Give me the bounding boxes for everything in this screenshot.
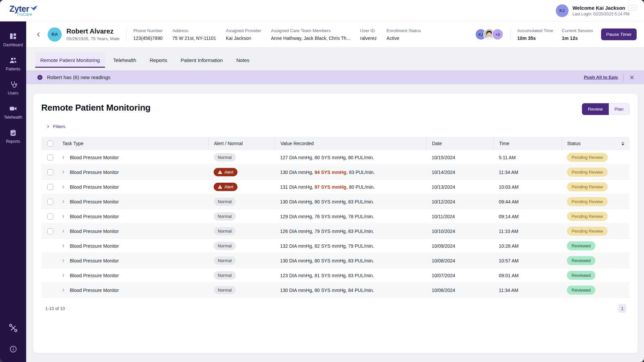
patient-field-user-id: User IDralverez: [360, 28, 377, 41]
push-all-to-epic-link[interactable]: Push All to Epic: [584, 75, 618, 80]
patient-fields: Phone Number123(456)7890Address75 W 21st…: [133, 28, 421, 41]
value-recorded: 130 DIA mmHg, 80 SYS mmHg, 83 PUL/min.: [280, 199, 374, 204]
sidebar-item-patients[interactable]: Patients: [6, 56, 20, 71]
pagination: 1-10 of 10 1: [45, 304, 626, 313]
field-label: Address: [172, 28, 216, 33]
task-type: Blood Pressure Monitor: [70, 243, 119, 249]
flag-cell: Normal: [208, 286, 275, 294]
expand-chevron-icon[interactable]: [61, 244, 65, 248]
status-cell: Pending Review: [561, 153, 630, 162]
field-value: Anne Hathway, Jack Black, Chris Th...: [271, 36, 351, 41]
date-cell: 10/06/2024: [426, 288, 493, 293]
plan-button[interactable]: Plan: [609, 103, 630, 115]
task-type: Blood Pressure Monitor: [70, 170, 119, 175]
patient-header: RA Robert Alvarez 05/26/1935, 75 Years, …: [26, 21, 644, 48]
back-chevron-icon[interactable]: [34, 30, 43, 39]
status-badge: Reviewed: [567, 256, 595, 265]
expand-chevron-icon[interactable]: [61, 258, 65, 263]
value-recorded: 130 DIA mmHg, 94 SYS mmHg, 83 PUL/min.: [280, 170, 375, 175]
status-cell: Reviewed: [561, 256, 630, 265]
expand-chevron-icon[interactable]: [61, 185, 65, 189]
value-cell: 130 DIA mmHg, 80 SYS mmHg, 83 PUL/min.: [275, 258, 426, 263]
value-recorded: 123 DIA mmHg, 81 SYS mmHg, 83 PUL/min.: [280, 273, 374, 278]
info-icon[interactable]: [9, 345, 17, 353]
patient-name: Robert Alvarez: [66, 27, 119, 35]
task-cell: Blood Pressure Monitor: [41, 273, 208, 279]
alert-value-segment: 97 SYS mmHg: [315, 184, 346, 190]
patient-tabs: Remote Patient MonitoringTelehealthRepor…: [26, 48, 644, 68]
patient-identity: Robert Alvarez 05/26/1935, 75 Years, Mal…: [66, 27, 119, 41]
row-checkbox[interactable]: [47, 184, 53, 190]
readings-table: Task Type Alert / Normal Value Recorded …: [41, 137, 630, 298]
row-checkbox[interactable]: [47, 169, 53, 175]
review-button[interactable]: Review: [582, 103, 609, 115]
user-avatar[interactable]: KJ: [556, 4, 569, 17]
normal-badge: Normal: [214, 153, 236, 162]
task-type: Blood Pressure Monitor: [70, 258, 119, 263]
flag-cell: Normal: [208, 153, 275, 162]
tools-icon[interactable]: [9, 324, 17, 332]
date-cell: 10/12/2024: [426, 199, 493, 204]
zyter-trucare-logo[interactable]: Zyter TruCare: [9, 5, 39, 17]
expand-chevron-icon[interactable]: [61, 199, 65, 204]
table-row: Blood Pressure MonitorAlert130 DIA mmHg,…: [41, 165, 630, 180]
expand-chevron-icon[interactable]: [61, 170, 65, 174]
field-value: ralverez: [360, 36, 377, 41]
value-cell: 129 DIA mmHg, 76 SYS mmHg, 78 PUL/min.: [275, 214, 426, 219]
tab-notes[interactable]: Notes: [231, 53, 254, 68]
tab-reports[interactable]: Reports: [145, 53, 172, 68]
expand-chevron-icon[interactable]: [61, 229, 65, 233]
user-area: KJ Welcome Kai Jackson ··· Last Login: 0…: [556, 4, 637, 17]
table-row: Blood Pressure MonitorNormal127 DIA mmHg…: [41, 150, 630, 165]
normal-badge: Normal: [214, 242, 236, 250]
patient-field-address: Address75 W 21st, NY-11101: [172, 28, 216, 41]
flag-label: Alert: [224, 184, 233, 189]
sidebar-item-reports[interactable]: Reports: [6, 129, 20, 144]
column-header: Date: [432, 141, 442, 146]
sort-icon[interactable]: [621, 141, 625, 146]
page-1-button[interactable]: 1: [618, 304, 626, 313]
expand-chevron-icon[interactable]: [61, 288, 65, 292]
tab-telehealth[interactable]: Telehealth: [108, 53, 141, 68]
column-header: Value Recorded: [280, 141, 314, 146]
status-cell: Pending Review: [561, 212, 630, 221]
row-checkbox[interactable]: [47, 228, 53, 234]
normal-badge: Normal: [214, 197, 236, 206]
task-cell: Blood Pressure Monitor: [41, 228, 208, 234]
value-recorded: 132 DIA mmHg, 82 SYS mmHg, 79 PUL/min.: [280, 243, 374, 249]
patients-icon: [9, 56, 17, 64]
time-cell: 5:11 AM: [493, 155, 561, 160]
timer-current-session: Current Session1m 12s: [562, 28, 593, 41]
time-cell: 10:57 AM: [493, 258, 561, 263]
task-type: Blood Pressure Monitor: [70, 184, 119, 190]
task-type: Blood Pressure Monitor: [70, 273, 119, 278]
tab-remote-patient-monitoring[interactable]: Remote Patient Monitoring: [35, 53, 105, 68]
table-row: Blood Pressure MonitorNormal130 DIA mmHg…: [41, 283, 630, 298]
tab-patient-information[interactable]: Patient Information: [176, 53, 228, 68]
sidebar-item-dashboard[interactable]: Dashboard: [3, 32, 23, 47]
row-checkbox[interactable]: [47, 214, 53, 220]
field-value: Active: [386, 36, 421, 41]
value-cell: 131 DIA mmHg, 97 SYS mmHg, 80 PUL/min.: [275, 184, 426, 190]
care-team-avatars[interactable]: KJ +3: [475, 28, 503, 40]
flag-cell: Normal: [208, 227, 275, 235]
select-all-checkbox[interactable]: [47, 140, 53, 146]
expand-chevron-icon[interactable]: [61, 155, 65, 160]
expand-chevron-icon[interactable]: [61, 214, 65, 219]
row-checkbox[interactable]: [47, 199, 53, 205]
filters-toggle[interactable]: Filters: [46, 124, 630, 129]
flag-cell: Normal: [208, 242, 275, 250]
expand-chevron-icon[interactable]: [61, 273, 65, 278]
sidebar-item-telehealth[interactable]: Telehealth: [4, 105, 22, 120]
close-icon[interactable]: [629, 74, 635, 81]
task-cell: Blood Pressure Monitor: [41, 184, 208, 190]
value-recorded: 130 DIA mmHg, 80 SYS mmHg, 84 PUL/min.: [280, 288, 374, 293]
row-checkbox[interactable]: [47, 155, 53, 161]
sidebar-item-users[interactable]: Users: [8, 80, 18, 96]
column-header: Task Type: [62, 141, 84, 146]
normal-badge: Normal: [214, 271, 236, 280]
value-cell: 123 DIA mmHg, 81 SYS mmHg, 83 PUL/min.: [275, 273, 426, 278]
user-menu-button[interactable]: ···: [628, 5, 637, 11]
date-cell: 10/15/2024: [426, 155, 493, 160]
pause-timer-button[interactable]: Pause Timer: [601, 28, 637, 40]
